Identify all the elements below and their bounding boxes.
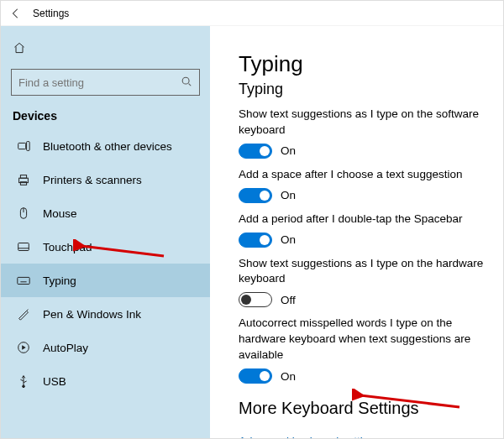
window-title: Settings xyxy=(28,8,69,19)
setting-item: Autocorrect misspelled words I type on t… xyxy=(239,316,485,384)
back-button[interactable] xyxy=(4,8,28,19)
sidebar-nav: Bluetooth & other devicesPrinters & scan… xyxy=(1,129,210,398)
mouse-icon xyxy=(16,206,31,221)
toggle-switch[interactable] xyxy=(239,188,272,203)
autoplay-icon xyxy=(16,340,31,355)
sidebar-item-usb[interactable]: USB xyxy=(1,364,210,398)
search-icon xyxy=(181,76,192,90)
search-input[interactable] xyxy=(11,69,200,96)
setting-item: Show text suggestions as I type on the h… xyxy=(239,256,485,308)
setting-label: Show text suggestions as I type on the h… xyxy=(239,256,485,288)
sidebar-item-label: Typing xyxy=(43,274,76,287)
setting-item: Show text suggestions as I type on the s… xyxy=(239,107,485,159)
toggle-switch[interactable] xyxy=(239,144,272,159)
sidebar-item-printer[interactable]: Printers & scanners xyxy=(1,163,210,196)
sidebar-item-label: USB xyxy=(43,375,66,388)
sidebar-item-label: AutoPlay xyxy=(43,342,88,354)
sidebar-item-autoplay[interactable]: AutoPlay xyxy=(1,331,210,364)
svg-point-18 xyxy=(23,385,25,388)
setting-item: Add a period after I double-tap the Spac… xyxy=(239,212,485,248)
toggle-state-label: Off xyxy=(281,294,296,306)
printer-icon xyxy=(16,172,31,187)
toggle-state-label: On xyxy=(281,370,296,383)
toggle-switch[interactable] xyxy=(239,233,272,248)
bluetooth-icon xyxy=(16,138,31,154)
sidebar-item-touchpad[interactable]: Touchpad xyxy=(1,230,210,264)
sidebar-item-keyboard[interactable]: Typing xyxy=(1,264,210,297)
section-title-more: More Keyboard Settings xyxy=(239,399,485,418)
sidebar: Devices Bluetooth & other devicesPrinter… xyxy=(1,26,210,439)
setting-label: Show text suggestions as I type on the s… xyxy=(239,107,485,138)
titlebar: Settings xyxy=(1,1,504,26)
svg-rect-1 xyxy=(18,143,26,149)
toggle-state-label: On xyxy=(281,189,296,201)
setting-label: Add a space after I choose a text sugges… xyxy=(239,167,485,183)
sidebar-item-label: Mouse xyxy=(43,207,77,220)
setting-label: Add a period after I double-tap the Spac… xyxy=(239,212,485,227)
sidebar-item-pen[interactable]: Pen & Windows Ink xyxy=(1,297,210,331)
setting-item: Add a space after I choose a text sugges… xyxy=(239,167,485,203)
home-button[interactable] xyxy=(1,33,210,65)
home-icon xyxy=(13,41,26,55)
setting-label: Autocorrect misspelled words I type on t… xyxy=(239,316,485,363)
sidebar-item-label: Pen & Windows Ink xyxy=(43,308,141,321)
toggle-state-label: On xyxy=(281,233,296,246)
settings-list: Show text suggestions as I type on the s… xyxy=(239,107,485,384)
touchpad-icon xyxy=(16,239,31,254)
svg-rect-10 xyxy=(18,277,29,284)
toggle-state-label: On xyxy=(281,144,296,157)
pen-icon xyxy=(16,306,31,321)
svg-rect-4 xyxy=(20,175,26,179)
sidebar-item-label: Touchpad xyxy=(43,241,92,253)
content-pane: Typing Typing Show text suggestions as I… xyxy=(210,26,504,439)
svg-point-0 xyxy=(182,77,189,84)
svg-rect-8 xyxy=(18,243,29,251)
sidebar-item-bluetooth[interactable]: Bluetooth & other devices xyxy=(1,129,210,163)
usb-icon xyxy=(16,374,31,389)
sidebar-item-mouse[interactable]: Mouse xyxy=(1,196,210,230)
toggle-switch[interactable] xyxy=(239,368,272,384)
search-field[interactable] xyxy=(18,76,181,89)
svg-rect-2 xyxy=(27,142,30,151)
keyboard-icon xyxy=(16,273,31,288)
sidebar-item-label: Printers & scanners xyxy=(43,174,142,186)
advanced-keyboard-link[interactable]: Advanced keyboard settings xyxy=(239,435,381,439)
page-title: Typing xyxy=(239,51,485,77)
sidebar-item-label: Bluetooth & other devices xyxy=(43,140,172,153)
category-title: Devices xyxy=(1,104,210,129)
section-title-typing: Typing xyxy=(239,81,485,98)
toggle-switch[interactable] xyxy=(239,292,272,307)
